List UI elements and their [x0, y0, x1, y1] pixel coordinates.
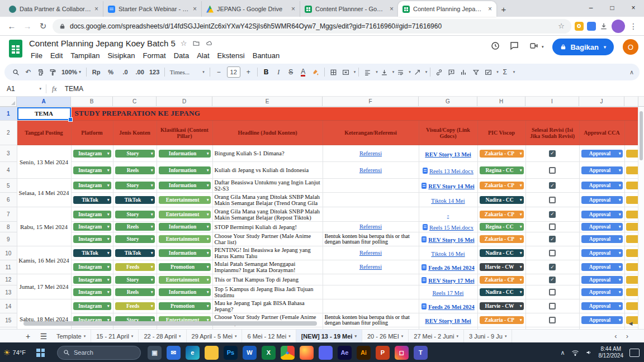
visual-cell[interactable]: Tiktok 16 Mei [419, 246, 477, 260]
keterangan-cell[interactable] [323, 193, 419, 207]
row-header-16[interactable]: 16 [0, 327, 17, 330]
browser-profile-avatar[interactable] [612, 20, 625, 33]
content-type-chip[interactable]: Story▾ [115, 235, 155, 243]
keterangan-cell[interactable]: Referensi [323, 145, 419, 162]
name-box[interactable]: A1 ▾ [0, 85, 46, 93]
chevron-down-icon[interactable]: ▾ [376, 70, 378, 74]
date-cell[interactable]: Selasa, 14 Mei 2024 [17, 179, 71, 207]
headline-cell[interactable]: Orang Gila Mana yang Ditolak SNBP Malah … [212, 207, 323, 222]
pic-chip[interactable]: Zakaria - CP▾ [480, 329, 524, 330]
pillar-chip[interactable]: Information▾ [159, 288, 211, 296]
menu-sisipkan[interactable]: Sisipkan [103, 51, 139, 60]
increase-decimal-button[interactable]: .00 [133, 69, 147, 75]
headline-cell[interactable]: Daftar Beasiswa Untukmu yang Ingin Lanju… [212, 179, 323, 193]
row-header-14[interactable]: 14 [0, 299, 17, 313]
menu-format[interactable]: Format [139, 51, 170, 60]
row-header-5[interactable]: 5 [0, 179, 17, 193]
horizontal-align-icon[interactable] [362, 69, 373, 76]
menu-bantuan[interactable]: Bantuan [249, 51, 283, 60]
all-sheets-icon[interactable]: ☰ [36, 332, 51, 341]
revision-checkbox[interactable]: ✓ [549, 182, 556, 189]
scroll-tabs-right-icon[interactable]: › [626, 332, 628, 340]
header-cell[interactable]: Headline (Judul Konten) [212, 121, 323, 145]
keterangan-cell[interactable]: Referensi [323, 260, 419, 274]
header-cell[interactable]: Platform [71, 121, 113, 145]
minimize-icon[interactable]: – [580, 0, 602, 16]
sheets-logo-icon[interactable] [9, 40, 22, 58]
pic-chip[interactable]: Regina - CC▾ [480, 223, 524, 231]
print-icon[interactable] [35, 69, 46, 76]
text-rotate-icon[interactable] [411, 69, 423, 76]
visual-cell[interactable]: - [419, 207, 477, 222]
content-type-chip[interactable]: Reels▾ [115, 288, 155, 296]
keterangan-cell[interactable]: Referensi [323, 162, 419, 179]
menu-edit[interactable]: Edit [46, 51, 67, 60]
visual-cell[interactable]: REV Story 13 Mei [419, 145, 477, 162]
notification-center-icon[interactable] [629, 349, 640, 357]
keterangan-cell[interactable]: Bentuk konten bisa berupa this or that d… [323, 313, 419, 327]
pic-chip[interactable]: Harvie - CW▾ [480, 302, 524, 310]
visual-cell[interactable]: Feeds 26 Mei 2024 [419, 260, 477, 274]
chrome-icon[interactable]: ● [281, 346, 295, 360]
borders-icon[interactable] [328, 69, 339, 76]
maximize-icon[interactable]: □ [602, 0, 623, 16]
headline-cell[interactable]: Kekurangan Belajar Secara Otodidak [212, 327, 323, 330]
sheet-tab[interactable]: 27 Mei - 2 Juni▾ [409, 330, 464, 342]
close-tab-icon[interactable]: × [193, 5, 197, 13]
date-cell[interactable]: Kamis, 16 Mei 2024 [17, 246, 71, 274]
menu-alat[interactable]: Alat [193, 51, 213, 60]
browser-tab[interactable]: Data Partner & Collaboration× [4, 1, 103, 17]
platform-chip[interactable]: Instagram▾ [73, 166, 111, 174]
undo-icon[interactable]: ↶ [22, 68, 34, 76]
downloads-icon[interactable] [599, 22, 608, 31]
platform-chip[interactable]: Instagram▾ [73, 302, 111, 310]
headline-cell[interactable]: Choose Your Study Partner (Male Anime Ch… [212, 232, 323, 246]
date-cell[interactable]: Rabu, 15 Mei 2024 [17, 207, 71, 246]
platform-chip[interactable]: Instagram▾ [73, 211, 111, 218]
content-type-chip[interactable]: Story▾ [115, 182, 155, 189]
italic-button[interactable]: I [273, 68, 285, 77]
revision-checkbox[interactable] [549, 197, 556, 203]
font-size-input[interactable]: 12 [227, 66, 240, 78]
row-header-4[interactable]: 4 [0, 162, 17, 179]
pic-chip[interactable]: Zakaria - CP▾ [480, 182, 524, 189]
powerpoint-icon[interactable]: P [376, 346, 390, 360]
visual-link[interactable]: Reels 15 Mei.docx [429, 225, 473, 231]
vertical-scrollbar[interactable] [638, 107, 644, 329]
content-type-chip[interactable]: Feeds▾ [115, 302, 155, 310]
vertical-scroll-thumb[interactable] [640, 111, 643, 160]
visual-cell[interactable]: REV Story 18 Mei [419, 313, 477, 327]
date-cell[interactable]: Jumat, 17 Mei 2024 [17, 274, 71, 299]
approval-chip[interactable]: Approval▾ [581, 150, 623, 158]
visual-cell[interactable]: Reels 15 Mei.docx [419, 222, 477, 232]
visual-cell[interactable]: Reels 17 Mei [419, 285, 477, 299]
row-header-13[interactable]: 13 [0, 285, 17, 299]
pillar-chip[interactable]: Entertainment▾ [159, 211, 211, 218]
sheet-tab[interactable]: 15 - 21 April▾ [91, 330, 139, 342]
tray-expand-icon[interactable]: ∧ [560, 349, 565, 356]
row-header-7[interactable]: 7 [0, 207, 17, 222]
edge-icon[interactable]: e [186, 346, 200, 360]
row-header-11[interactable]: 11 [0, 260, 17, 274]
revision-checkbox[interactable] [549, 289, 556, 296]
approval-chip[interactable]: Approval▾ [581, 276, 623, 284]
font-select[interactable]: Times...▾ [168, 69, 207, 75]
chevron-down-icon[interactable]: ▾ [409, 70, 411, 74]
add-sheet-icon[interactable]: + [20, 332, 36, 341]
keterangan-cell[interactable]: Referensi [323, 222, 419, 232]
pillar-chip[interactable]: Information▾ [159, 182, 211, 189]
visual-link[interactable]: REV Story 18 Mei [425, 318, 471, 324]
platform-chip[interactable]: Instagram▾ [73, 150, 111, 158]
revision-checkbox[interactable]: ✓ [549, 277, 556, 283]
profile-avatar[interactable]: O [623, 39, 638, 55]
visual-link[interactable]: Feeds 26 Mei 2024 [428, 265, 475, 271]
keterangan-cell[interactable] [323, 207, 419, 222]
header-cell[interactable]: Tanggal Posting [17, 121, 71, 145]
new-tab-button[interactable]: + [496, 2, 511, 16]
column-header-D[interactable]: D [157, 97, 212, 106]
pic-chip[interactable]: Zakaria - CP▾ [480, 150, 524, 158]
close-tab-icon[interactable]: × [488, 5, 492, 13]
pic-chip[interactable]: Regina - CC▾ [480, 166, 524, 174]
illustrator-icon[interactable]: Ai [357, 346, 371, 360]
extension-key-icon[interactable] [575, 22, 584, 31]
